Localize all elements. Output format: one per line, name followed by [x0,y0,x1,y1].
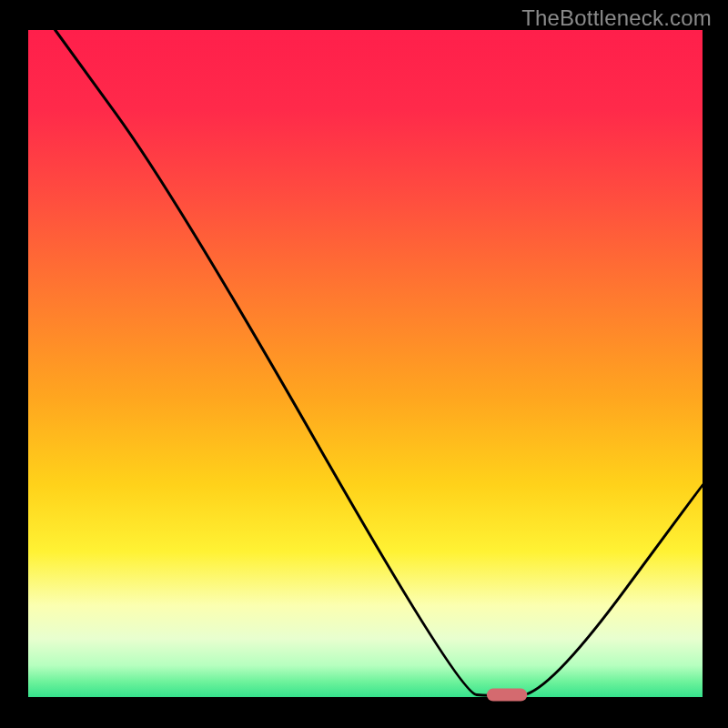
plot-svg [0,0,728,728]
gradient-rect [28,30,703,699]
chart-root: TheBottleneck.com [0,0,728,728]
watermark-text: TheBottleneck.com [521,5,712,31]
optimum-marker [487,689,527,702]
